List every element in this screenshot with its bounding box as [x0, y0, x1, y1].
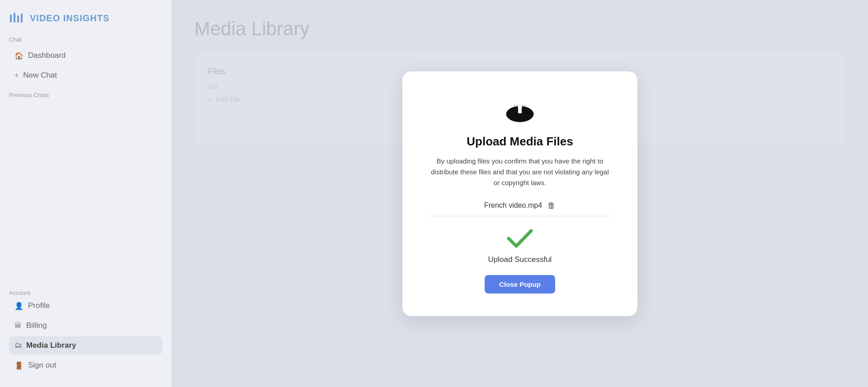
- modal-overlay: Upload Media Files By uploading files yo…: [172, 0, 868, 387]
- svg-rect-3: [21, 14, 23, 23]
- file-divider: [429, 216, 610, 216]
- svg-rect-0: [10, 14, 12, 23]
- logo-icon: [9, 11, 25, 25]
- sidebar-label-dashboard: Dashboard: [28, 51, 66, 60]
- sidebar-item-dashboard[interactable]: 🏠 Dashboard: [9, 47, 162, 65]
- account-section-label: Account: [9, 289, 30, 296]
- modal-title: Upload Media Files: [429, 135, 610, 149]
- home-icon: 🏠: [14, 51, 24, 60]
- sidebar: VIDEO INSIGHTS Chat 🏠 Dashboard + New Ch…: [0, 0, 172, 387]
- billing-icon: 🏛: [14, 322, 22, 330]
- logo-area: VIDEO INSIGHTS: [9, 11, 162, 25]
- sidebar-item-billing[interactable]: 🏛 Billing: [9, 317, 162, 335]
- sidebar-label-profile: Profile: [28, 301, 50, 310]
- chat-section-label: Chat: [9, 36, 162, 43]
- sidebar-label-billing: Billing: [26, 321, 47, 330]
- file-row: French video.mp4 🗑: [429, 201, 610, 210]
- account-section: Account 👤 Profile 🏛 Billing 🗂 Media Libr…: [9, 289, 162, 376]
- upload-modal: Upload Media Files By uploading files yo…: [402, 71, 637, 316]
- sidebar-item-sign-out[interactable]: 🚪 Sign out: [9, 356, 162, 374]
- sidebar-item-media-library[interactable]: 🗂 Media Library: [9, 336, 162, 354]
- success-text: Upload Successful: [429, 255, 610, 264]
- delete-icon[interactable]: 🗑: [547, 201, 556, 210]
- main-content: Media Library Files OR + Add File: [172, 0, 868, 387]
- success-checkmark-icon: [506, 227, 533, 250]
- previous-chats-label: Previous Chats: [9, 92, 162, 98]
- svg-marker-12: [514, 97, 525, 105]
- sidebar-item-profile[interactable]: 👤 Profile: [9, 297, 162, 315]
- plus-icon: +: [14, 71, 19, 79]
- sidebar-label-media-library: Media Library: [26, 341, 76, 350]
- person-icon: 👤: [14, 302, 24, 310]
- sidebar-item-new-chat[interactable]: + New Chat: [9, 66, 162, 84]
- file-name: French video.mp4: [484, 201, 542, 210]
- close-popup-button[interactable]: Close Popup: [485, 275, 555, 294]
- upload-cloud-icon: [502, 94, 538, 126]
- logo-text: VIDEO INSIGHTS: [30, 13, 109, 23]
- sidebar-spacer: [9, 102, 162, 280]
- signout-icon: 🚪: [14, 361, 24, 370]
- sidebar-label-sign-out: Sign out: [28, 361, 56, 370]
- sidebar-label-new-chat: New Chat: [23, 71, 57, 80]
- folder-icon: 🗂: [14, 341, 22, 350]
- svg-rect-2: [17, 15, 19, 23]
- svg-rect-1: [14, 13, 15, 23]
- modal-description: By uploading files you confirm that you …: [429, 156, 610, 188]
